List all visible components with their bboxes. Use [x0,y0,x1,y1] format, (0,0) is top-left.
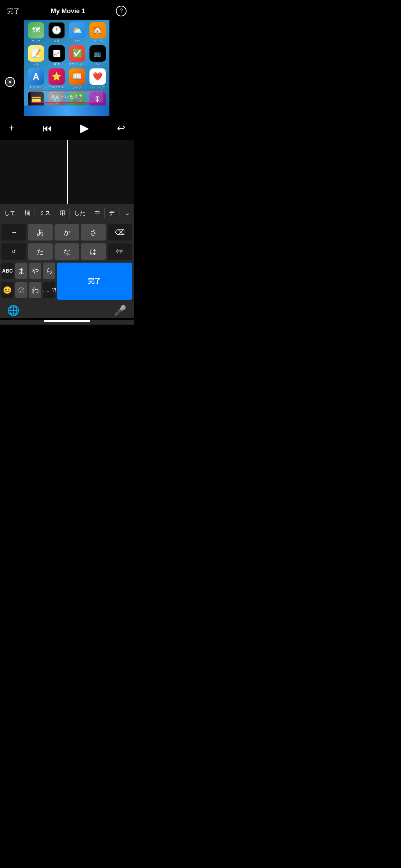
keyboard-row-2: ↺ た な は 空白 [1,243,132,260]
key-abc[interactable]: ABC [1,263,14,279]
keyboard-rows-done-area: ABC ま や ら 😊 ㋐ わ 、。?! 完了 [1,263,132,300]
video-preview: 🗺 マップ 🕐 時計 ⛅ 天気 🏠 ホーム 📝 メモ 📈 株 [0,20,134,116]
keyboard-left-cols: ABC ま や ら 😊 ㋐ わ 、。?! [1,263,55,300]
list-item: 🕐 時計 [47,22,66,43]
home-indicator [44,320,90,322]
title-input-overlay[interactable]: タイトルを入力 [31,91,103,103]
key-wa[interactable]: わ [29,282,41,298]
play-button[interactable]: ▶ [80,121,89,135]
autocomplete-item[interactable]: 用 [55,208,70,218]
list-item: 📺 TV [88,45,107,66]
undo-button[interactable]: ↩ [117,122,125,134]
video-blue-bar [24,105,110,116]
notes-label: メモ [33,62,39,66]
health-icon: ❤️ [89,68,106,85]
key-emoji[interactable]: 😊 [1,282,14,298]
key-sa[interactable]: さ [81,224,106,241]
autocomplete-item[interactable]: 中 [90,208,105,218]
list-item: 📝 メモ [27,45,46,66]
list-item: A App Store [27,68,46,89]
title-input-text: タイトルを入力 [51,93,83,100]
list-item: ⭐ iTunes Store [47,68,66,89]
key-punctuation[interactable]: 、。?! [43,282,55,298]
done-button[interactable]: 完了 [7,7,20,15]
add-button[interactable]: + [9,122,14,134]
reminders-label: リマインダー [68,62,86,66]
skip-back-button[interactable]: ⏮ [42,122,52,134]
itunes-icon: ⭐ [48,68,65,85]
key-ya[interactable]: や [29,263,41,279]
list-item: ✅ リマインダー [68,45,87,66]
key-a[interactable]: あ [28,224,52,241]
key-space[interactable]: 空白 [108,243,132,260]
key-ka[interactable]: か [55,224,79,241]
itunes-label: iTunes Store [48,86,65,89]
list-item: 📖 ブック [68,68,87,89]
key-na[interactable]: な [55,243,79,260]
weather-icon: ⛅ [69,22,85,38]
list-item: 🏠 ホーム [88,22,107,43]
key-arrow[interactable]: → [1,224,26,241]
home-icon: 🏠 [89,22,106,38]
autocomplete-bar: して 欄 ミス 用 した 中 デ ⌄ [0,204,134,222]
tv-label: TV [96,62,99,66]
list-item: ⛅ 天気 [68,22,87,43]
video-right-panel [109,20,134,116]
appstore-icon: A [28,68,44,85]
reminders-icon: ✅ [69,45,85,62]
clock-label: 時計 [54,39,60,43]
close-button[interactable]: ✕ [5,77,15,87]
books-icon: 📖 [69,68,85,85]
keyboard-row-4: 😊 ㋐ わ 、。?! [1,282,55,298]
autocomplete-expand-button[interactable]: ⌄ [121,208,134,218]
autocomplete-item[interactable]: して [0,208,20,218]
health-label: ヘルスケア [91,86,105,89]
globe-button[interactable]: 🌐 [7,305,20,316]
keyboard-row-3: ABC ま や ら [1,263,55,279]
movie-title: My Movie 1 [51,7,85,15]
timeline-area [0,140,134,204]
appstore-label: App Store [30,86,42,89]
video-left-panel [0,20,24,116]
maps-label: マップ [32,39,40,43]
timeline-cursor [67,140,68,204]
mic-button[interactable]: 🎤 [114,305,127,316]
list-item: 📈 株価 [47,45,66,66]
weather-label: 天気 [74,39,80,43]
home-label: ホーム [93,39,102,43]
stocks-label: 株価 [54,62,60,66]
key-done[interactable]: 完了 [57,263,132,300]
key-ha[interactable]: は [81,243,106,260]
keyboard: → あ か さ ⌫ ↺ た な は 空白 ABC ま や ら 😊 ㋐ わ 、。 [0,222,134,301]
key-delete[interactable]: ⌫ [108,224,132,241]
autocomplete-item[interactable]: した [70,208,90,218]
playback-bar: + ⏮ ▶ ↩ [0,116,134,140]
notes-icon: 📝 [28,45,44,62]
help-button[interactable]: ? [116,6,127,16]
keyboard-bottom-bar: 🌐 🎤 [0,301,134,318]
key-wa-alt[interactable]: ㋐ [15,282,27,298]
ios-screen: 🗺 マップ 🕐 時計 ⛅ 天気 🏠 ホーム 📝 メモ 📈 株 [24,20,110,116]
books-label: ブック [73,86,81,89]
home-indicator-area [0,320,134,325]
autocomplete-item[interactable]: ミス [35,208,55,218]
list-item: ❤️ ヘルスケア [88,68,107,89]
list-item: 🗺 マップ [27,22,46,43]
maps-icon: 🗺 [28,22,44,38]
autocomplete-item[interactable]: 欄 [20,208,35,218]
autocomplete-item[interactable]: デ [105,208,119,218]
key-undo[interactable]: ↺ [1,243,26,260]
top-bar: 完了 My Movie 1 ? [0,0,134,20]
keyboard-row-1: → あ か さ ⌫ [1,224,132,241]
tv-icon: 📺 [89,45,106,62]
key-ta[interactable]: た [28,243,52,260]
stocks-icon: 📈 [48,45,65,62]
key-ma[interactable]: ま [15,263,27,279]
autocomplete-items: して 欄 ミス 用 した 中 デ [0,208,121,218]
clock-icon: 🕐 [48,22,65,38]
key-ra[interactable]: ら [43,263,55,279]
